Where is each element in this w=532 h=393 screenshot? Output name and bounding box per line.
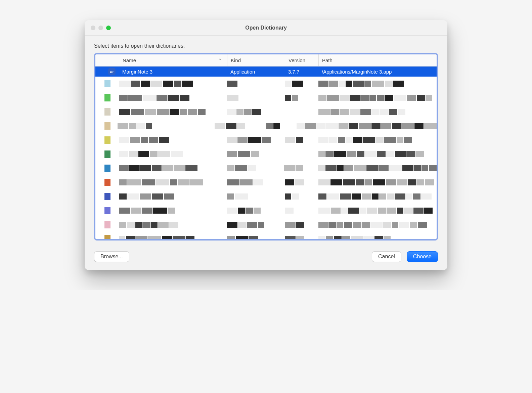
cancel-button[interactable]: Cancel (372, 251, 401, 262)
app-color-swatch-icon (104, 165, 110, 172)
row-path-cell: /Applications/MarginNote 3.app (318, 67, 437, 77)
app-color-swatch-icon (104, 235, 110, 239)
table-row-selected[interactable]: m MarginNote 3 Application 3.7.7 /Applic… (95, 67, 437, 77)
row-version: 3.7.7 (288, 69, 299, 75)
app-color-swatch-icon (104, 179, 110, 186)
column-header-kind[interactable]: Kind (227, 54, 285, 66)
column-header-icon (95, 54, 119, 66)
minimize-icon[interactable] (98, 26, 103, 30)
window-title: Open Dictionary (245, 25, 287, 31)
table-row[interactable] (95, 189, 437, 204)
row-kind-cell: Application (227, 67, 285, 77)
app-color-swatch-icon (104, 80, 110, 87)
app-color-swatch-icon (104, 193, 110, 200)
table-row[interactable] (95, 105, 437, 119)
row-version-cell: 3.7.7 (285, 67, 318, 77)
table-rows: m MarginNote 3 Application 3.7.7 /Applic… (95, 67, 437, 239)
browse-button[interactable]: Browse... (94, 251, 129, 262)
app-color-swatch-icon (104, 122, 110, 130)
app-color-swatch-icon (104, 136, 110, 144)
choose-button[interactable]: Choose (407, 251, 438, 262)
table-row[interactable] (95, 204, 437, 218)
app-color-swatch-icon (104, 221, 110, 228)
column-header-name[interactable]: Name ⌃ (119, 54, 227, 66)
sort-ascending-icon: ⌃ (218, 58, 224, 63)
column-header-kind-label: Kind (231, 57, 241, 63)
table-row[interactable] (95, 161, 437, 175)
traffic-lights (91, 26, 111, 30)
app-color-swatch-icon (104, 150, 110, 158)
column-header-name-label: Name (123, 57, 136, 63)
titlebar: Open Dictionary (85, 20, 447, 36)
app-icon-glyph: m (110, 70, 114, 74)
column-header-path-label: Path (322, 57, 332, 63)
zoom-icon[interactable] (106, 26, 111, 30)
row-name: MarginNote 3 (122, 69, 152, 75)
column-header-path[interactable]: Path (318, 54, 437, 66)
app-color-swatch-icon (104, 94, 110, 101)
column-header-version-label: Version (289, 57, 305, 63)
dialog-content: Select items to open their dictionaries:… (85, 36, 447, 245)
row-app-icon-cell: m (95, 67, 119, 77)
prompt-label: Select items to open their dictionaries: (94, 43, 438, 49)
marginnote-app-icon: m (108, 68, 116, 75)
row-kind: Application (230, 69, 255, 75)
application-list[interactable]: Name ⌃ Kind Version Path m (94, 53, 438, 241)
open-dictionary-dialog: Open Dictionary Select items to open the… (85, 20, 447, 270)
column-header-version[interactable]: Version (285, 54, 318, 66)
table-row[interactable] (95, 77, 437, 91)
table-row[interactable] (95, 91, 437, 105)
app-color-swatch-icon (104, 207, 110, 214)
table-row[interactable] (95, 218, 437, 232)
table-row[interactable] (95, 175, 437, 189)
table-row[interactable] (95, 133, 437, 147)
table-row[interactable] (95, 119, 437, 133)
table-row[interactable] (95, 147, 437, 161)
dialog-buttons: Browse... Cancel Choose (85, 245, 447, 270)
close-icon[interactable] (91, 26, 95, 30)
row-name-cell: MarginNote 3 (119, 67, 227, 77)
table-row[interactable] (95, 232, 437, 239)
row-path: /Applications/MarginNote 3.app (322, 69, 392, 75)
app-color-swatch-icon (104, 108, 110, 116)
column-headers: Name ⌃ Kind Version Path (95, 54, 437, 67)
